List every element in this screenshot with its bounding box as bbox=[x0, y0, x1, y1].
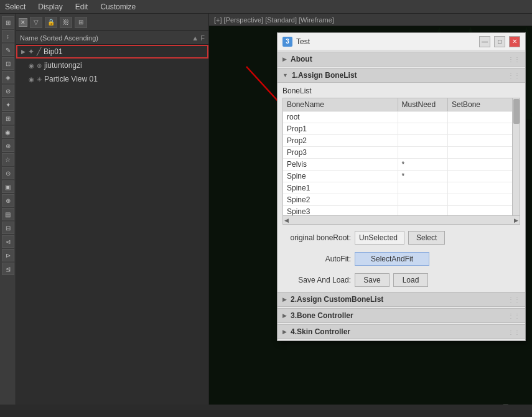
toolbar-btn-7[interactable]: ✦ bbox=[2, 98, 14, 111]
bone-name-cell: Spine bbox=[283, 171, 398, 182]
toolbar-btn-2[interactable]: ↕ bbox=[2, 30, 14, 42]
dialog-close-btn[interactable]: ✕ bbox=[509, 36, 520, 47]
section-drag-custom: ⋮⋮ bbox=[508, 296, 520, 303]
must-need-cell bbox=[398, 194, 448, 206]
toolbar-btn-17[interactable]: ⊲ bbox=[2, 235, 14, 248]
scene-item-jiutuntongzi[interactable]: ◉ ⊛ jiutuntongzi bbox=[16, 59, 208, 72]
toolbar-btn-3[interactable]: ✎ bbox=[2, 44, 14, 56]
toolbar-btn-12[interactable]: ⊙ bbox=[2, 167, 14, 179]
scrollbar-thumb bbox=[513, 99, 520, 124]
table-hscroll[interactable]: ◀ ▶ bbox=[282, 216, 520, 225]
section-drag-about: ⋮⋮ bbox=[508, 56, 520, 63]
filter-btn[interactable]: ▽ bbox=[30, 17, 42, 28]
set-bone-cell bbox=[448, 182, 520, 194]
toolbar-btn-4[interactable]: ⊡ bbox=[2, 57, 14, 70]
dialog-content: ▶ About ⋮⋮ ▼ 1.Assign BoneList ⋮⋮ BoneLi… bbox=[278, 50, 525, 340]
menu-bar: Select Display Edit Customize bbox=[0, 0, 532, 14]
toolbar-btn-13[interactable]: ▣ bbox=[2, 180, 14, 193]
dialog-maximize-btn[interactable]: □ bbox=[494, 36, 505, 47]
toolbar-btn-19[interactable]: ⊴ bbox=[2, 263, 14, 275]
bone-icon-bip01: ✦ bbox=[28, 47, 34, 56]
menu-edit[interactable]: Edit bbox=[73, 2, 91, 11]
table-row[interactable]: root bbox=[283, 111, 520, 123]
dialog-minimize-btn[interactable]: — bbox=[479, 36, 490, 47]
set-bone-cell bbox=[448, 135, 520, 147]
left-toolbar: ⊞ ↕ ✎ ⊡ ◈ ⊘ ✦ ⊞ ◉ ⊛ ☆ ⊙ ▣ ⊕ ▤ ⊟ ⊲ ⊳ ⊴ bbox=[0, 14, 16, 405]
toolbar-btn-15[interactable]: ▤ bbox=[2, 208, 14, 220]
bonelist-label: BoneList bbox=[282, 87, 520, 95]
save-button[interactable]: Save bbox=[355, 273, 390, 287]
must-need-cell bbox=[398, 206, 448, 217]
bone-table-scroll[interactable]: BoneName MustNeed SetBone rootProp1Prop2… bbox=[283, 98, 520, 216]
bone-name-cell: Prop2 bbox=[283, 135, 398, 147]
menu-select[interactable]: Select bbox=[2, 2, 28, 11]
menu-customize[interactable]: Customize bbox=[98, 2, 138, 11]
col-bonename: BoneName bbox=[283, 98, 398, 111]
toolbar-btn-16[interactable]: ⊟ bbox=[2, 222, 14, 234]
link-btn[interactable]: ⛓ bbox=[60, 17, 72, 28]
scene-item-bip01[interactable]: ▶ ✦ ╱ Bip01 bbox=[16, 45, 208, 59]
scene-list: ▶ ✦ ╱ Bip01 ◉ ⊛ jiutuntongzi ◉ ✳ Particl… bbox=[16, 45, 208, 405]
dialog-app-icon: 3 bbox=[282, 37, 292, 47]
must-need-cell bbox=[398, 111, 448, 123]
toolbar-btn-1[interactable]: ⊞ bbox=[2, 16, 14, 29]
table-row[interactable]: Prop3 bbox=[283, 147, 520, 159]
scene-item-particleview01[interactable]: ◉ ✳ Particle View 01 bbox=[16, 72, 208, 86]
table-row[interactable]: Spine* bbox=[283, 171, 520, 182]
section-bonelist[interactable]: ▼ 1.Assign BoneList ⋮⋮ bbox=[278, 68, 525, 83]
section-label-custom: 2.Assign CustomBoneList bbox=[291, 295, 383, 304]
col-mustneed: MustNeed bbox=[398, 98, 448, 111]
section-label-bone: 3.Bone Controller bbox=[291, 311, 353, 320]
toolbar-btn-9[interactable]: ◉ bbox=[2, 126, 14, 138]
section-bone-controller[interactable]: ▶ 3.Bone Controller ⋮⋮ bbox=[278, 308, 525, 323]
table-row[interactable]: Spine1 bbox=[283, 182, 520, 194]
scene-col-sort[interactable]: ▲ F bbox=[192, 34, 205, 42]
section-about[interactable]: ▶ About ⋮⋮ bbox=[278, 52, 525, 67]
hscroll-right[interactable]: ▶ bbox=[514, 217, 518, 223]
table-row[interactable]: Prop2 bbox=[283, 135, 520, 147]
section-drag-skin: ⋮⋮ bbox=[508, 329, 520, 335]
expand-icon-bip01[interactable]: ▶ bbox=[21, 49, 26, 55]
scene-close-btn[interactable]: ✕ bbox=[19, 18, 27, 27]
particle-icon: ✳ bbox=[37, 76, 42, 83]
select-button[interactable]: Select bbox=[408, 231, 445, 245]
set-bone-cell bbox=[448, 194, 520, 206]
toolbar-btn-5[interactable]: ◈ bbox=[2, 71, 14, 83]
section-custom-bonelist[interactable]: ▶ 2.Assign CustomBoneList ⋮⋮ bbox=[278, 292, 525, 307]
set-bone-cell bbox=[448, 123, 520, 135]
menu-display[interactable]: Display bbox=[35, 2, 65, 11]
section-arrow-bonelist: ▼ bbox=[282, 72, 288, 78]
section-label-bonelist: 1.Assign BoneList bbox=[292, 71, 357, 80]
hscroll-left[interactable]: ◀ bbox=[284, 217, 289, 223]
table-row[interactable]: Prop1 bbox=[283, 123, 520, 135]
autofit-label: AutoFit: bbox=[282, 255, 351, 263]
table-row[interactable]: Pelvis* bbox=[283, 159, 520, 171]
bone-name-cell: Spine3 bbox=[283, 206, 398, 217]
eye-icon: ◉ bbox=[29, 62, 34, 69]
eye-icon2: ◉ bbox=[29, 76, 34, 83]
lock-btn[interactable]: 🔒 bbox=[45, 17, 57, 28]
col-setbone: SetBone bbox=[448, 98, 520, 111]
original-bone-value: UnSelected bbox=[355, 231, 404, 245]
original-bone-root-row: original boneRoot: UnSelected Select bbox=[278, 227, 525, 248]
section-skin-controller[interactable]: ▶ 4.Skin Controller ⋮⋮ bbox=[278, 324, 525, 339]
toolbar-btn-10[interactable]: ⊛ bbox=[2, 139, 14, 152]
select-and-fit-button[interactable]: SelectAndFit bbox=[355, 252, 429, 266]
hierarchy-btn[interactable]: ⊞ bbox=[75, 17, 87, 28]
table-scrollbar[interactable] bbox=[512, 98, 520, 215]
toolbar-btn-14[interactable]: ⊕ bbox=[2, 194, 14, 207]
toolbar-btn-6[interactable]: ⊘ bbox=[2, 85, 14, 97]
scene-toolbar: ✕ ▽ 🔒 ⛓ ⊞ bbox=[16, 14, 208, 31]
toolbar-btn-18[interactable]: ⊳ bbox=[2, 249, 14, 261]
save-and-load-label: Save And Load: bbox=[282, 276, 351, 284]
table-row[interactable]: Spine2 bbox=[283, 194, 520, 206]
table-row[interactable]: Spine3 bbox=[283, 206, 520, 217]
load-button[interactable]: Load bbox=[393, 273, 428, 287]
section-drag-bonelist: ⋮⋮ bbox=[508, 72, 520, 79]
viewport-bg: 3 Test — □ ✕ ▶ About ⋮⋮ ▼ bbox=[209, 26, 532, 405]
dialog-titlebar: 3 Test — □ ✕ bbox=[278, 33, 525, 50]
toolbar-btn-11[interactable]: ☆ bbox=[2, 153, 14, 166]
section-arrow-custom: ▶ bbox=[282, 296, 287, 302]
save-and-load-row: Save And Load: Save Load bbox=[278, 269, 525, 291]
toolbar-btn-8[interactable]: ⊞ bbox=[2, 112, 14, 124]
